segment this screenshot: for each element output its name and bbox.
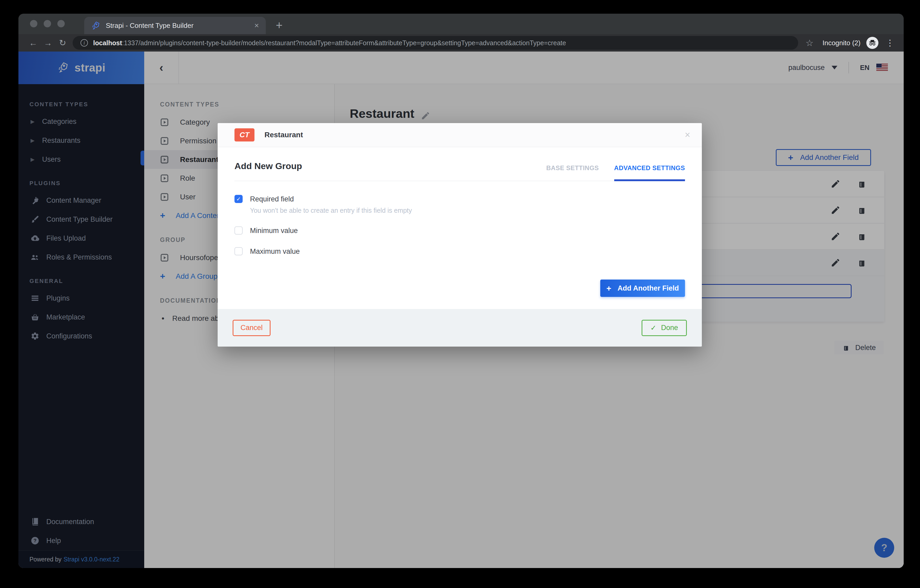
browser-window: Strapi - Content Type Builder × + ← → ↻ … [18,14,904,568]
minimum-value-row: ✓ Minimum value [235,226,685,235]
required-field-row: ✓ Required field You won't be able to cr… [235,195,685,214]
maximum-checkbox[interactable]: ✓ [235,247,243,255]
maximize-window-button[interactable] [57,20,65,27]
modal-tabs: BASE SETTINGS ADVANCED SETTINGS [546,164,685,181]
required-label[interactable]: Required field [250,195,412,204]
modal-title-row: Add New Group BASE SETTINGS ADVANCED SET… [235,147,685,181]
close-icon[interactable]: × [685,129,690,141]
forward-icon[interactable]: → [40,38,55,48]
add-group-modal: CT Restaurant × Add New Group BASE SETTI… [218,123,702,347]
cancel-button[interactable]: Cancel [233,320,270,336]
maximum-value-row: ✓ Maximum value [235,247,685,256]
modal-header: CT Restaurant × [218,123,702,147]
maximum-label[interactable]: Maximum value [250,247,300,256]
back-icon[interactable]: ← [26,38,40,48]
modal-title: Add New Group [235,161,302,181]
modal-footer: Cancel ✓ Done [218,309,702,347]
check-icon: ✓ [650,324,656,332]
browser-tab[interactable]: Strapi - Content Type Builder × [84,17,266,34]
screen: Strapi - Content Type Builder × + ← → ↻ … [0,0,920,588]
content-type-badge: CT [235,128,254,142]
close-window-button[interactable] [30,20,37,27]
new-tab-button[interactable]: + [276,19,283,31]
minimize-window-button[interactable] [44,20,51,27]
required-checkbox[interactable]: ✓ [235,195,243,203]
strapi-admin-page: strapi CONTENT TYPES ▶ Categories ▶ Rest… [18,52,904,568]
bookmark-star-icon[interactable]: ☆ [805,37,813,48]
plus-icon: + [606,283,611,293]
url-host: localhost [93,39,122,47]
incognito-label: Incognito (2) [822,39,860,47]
required-helper: You won't be able to create an entry if … [250,207,412,214]
strapi-favicon-icon [91,21,100,30]
reload-icon[interactable]: ↻ [55,38,70,48]
incognito-icon [866,37,878,49]
tab-base-settings[interactable]: BASE SETTINGS [546,164,599,181]
url-text[interactable]: localhost:1337/admin/plugins/content-typ… [93,39,566,47]
done-button[interactable]: ✓ Done [641,320,687,336]
browser-menu-icon[interactable]: ⋮ [886,38,894,48]
tab-title: Strapi - Content Type Builder [106,21,254,30]
required-field-block: Required field You won't be able to crea… [250,195,412,214]
minimum-checkbox[interactable]: ✓ [235,226,243,234]
url-bar[interactable]: i localhost:1337/admin/plugins/content-t… [73,36,798,50]
tab-close-icon[interactable]: × [254,21,259,30]
browser-toolbar: ← → ↻ i localhost:1337/admin/plugins/con… [18,34,904,52]
url-path: :1337/admin/plugins/content-type-builder… [122,39,566,47]
add-another-field-button[interactable]: + Add Another Field [600,279,685,297]
page-info-icon[interactable]: i [81,39,88,47]
modal-content-type-name: Restaurant [264,131,303,139]
window-controls[interactable] [30,20,65,27]
modal-body: Add New Group BASE SETTINGS ADVANCED SET… [218,147,702,309]
tab-strip: Strapi - Content Type Builder × + [18,14,904,34]
minimum-label[interactable]: Minimum value [250,226,298,235]
tab-advanced-settings[interactable]: ADVANCED SETTINGS [614,164,685,181]
